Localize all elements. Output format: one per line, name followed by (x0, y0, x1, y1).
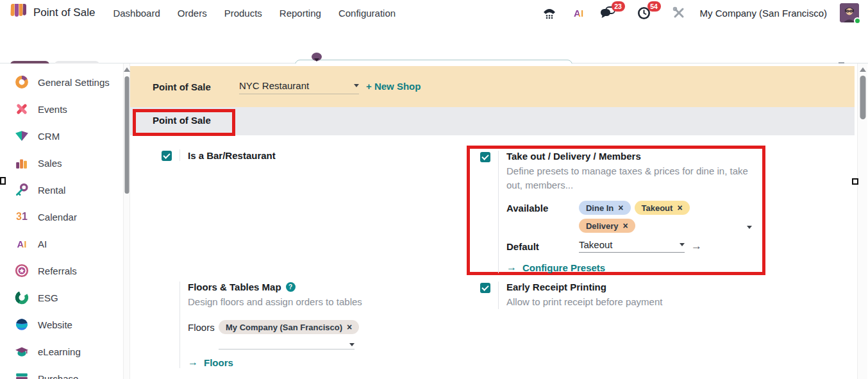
sidebar-item-sales[interactable]: Sales (0, 149, 123, 176)
scrollbar-thumb[interactable] (860, 76, 865, 119)
sidebar-item-website[interactable]: Website (0, 311, 123, 338)
tag-remove-icon[interactable]: × (618, 203, 623, 212)
menu-dashboard[interactable]: Dashboard (113, 8, 160, 19)
sidebar-item-referrals[interactable]: Referrals (0, 257, 123, 284)
configure-presets-link[interactable]: → Configure Presets (506, 262, 756, 273)
tag-remove-icon[interactable]: × (677, 203, 682, 212)
sales-icon (14, 155, 29, 171)
menu-reporting[interactable]: Reporting (280, 8, 321, 19)
floors-link[interactable]: → Floors (188, 357, 431, 368)
setting-floors-map: Floors & Tables Map ? Design floors and … (162, 282, 444, 368)
section-header-band: Point of Sale (130, 107, 855, 135)
messages-icon[interactable]: 23 (600, 4, 617, 21)
selection-handle-top (312, 53, 322, 61)
sidebar-item-label: Events (38, 104, 67, 115)
chevron-down-icon[interactable] (747, 226, 752, 229)
esg-icon (14, 290, 29, 305)
sidebar-item-purchase[interactable]: Purchase (0, 365, 123, 379)
apps-menu-button[interactable]: Point of Sale (10, 4, 95, 22)
sidebar-item-general-settings[interactable]: General Settings (0, 69, 123, 96)
sidebar-item-label: CRM (38, 131, 60, 142)
setting-is-bar-restaurant: Is a Bar/Restaurant (162, 149, 431, 161)
website-icon (14, 317, 29, 332)
systray: AI 23 54 (541, 0, 859, 26)
main-scrollbar (857, 63, 867, 379)
pos-app-icon (10, 4, 27, 22)
chevron-down-icon (680, 243, 685, 246)
floors-company-tag[interactable]: My Company (San Francisco) × (219, 320, 359, 334)
settings-content: Point of Sale NYC Restaurant + New Shop … (130, 63, 855, 379)
setting-presets: Take out / Delivery / Members Define pre… (480, 151, 756, 273)
tag-label: Delivery (586, 221, 619, 231)
menu-configuration[interactable]: Configuration (338, 8, 396, 19)
sidebar-item-esg[interactable]: ESG (0, 284, 123, 311)
setting-title: Floors & Tables Map (188, 282, 281, 292)
tag-label: Dine In (586, 203, 613, 213)
default-preset-value: Takeout (579, 239, 680, 250)
scroll-up-arrow[interactable] (124, 67, 130, 72)
ai-icon[interactable]: AI (571, 4, 587, 21)
shop-selector-band: Point of Sale NYC Restaurant + New Shop (130, 66, 855, 107)
sidebar-item-label: Calendar (38, 212, 77, 223)
sidebar-item-rental[interactable]: Rental (0, 176, 123, 203)
annotation-edge-handle-left (0, 177, 6, 185)
setting-title: Take out / Delivery / Members (506, 151, 756, 162)
default-preset-select[interactable]: Takeout (579, 239, 685, 253)
general-settings-icon (14, 74, 29, 90)
is-bar-restaurant-checkbox[interactable] (162, 151, 172, 161)
user-avatar[interactable] (840, 3, 859, 22)
sidebar-item-events[interactable]: Events (0, 96, 123, 122)
shop-select[interactable]: NYC Restaurant (239, 80, 359, 94)
divider (179, 149, 180, 161)
sidebar-item-label: Sales (38, 158, 62, 169)
setting-description: Design floors and assign orders to table… (188, 295, 431, 309)
sidebar-item-calendar[interactable]: 31 Calendar (0, 203, 123, 230)
floors-select[interactable] (219, 343, 355, 350)
new-shop-link[interactable]: + New Shop (366, 81, 421, 92)
events-icon (14, 101, 29, 117)
activities-clock-icon[interactable]: 54 (636, 4, 653, 21)
activities-badge: 54 (647, 1, 661, 12)
early-receipt-checkbox[interactable] (480, 283, 490, 293)
messages-badge: 23 (612, 1, 625, 12)
calendar-icon: 31 (14, 209, 29, 224)
scroll-up-arrow[interactable] (860, 67, 866, 72)
presets-checkbox[interactable] (480, 152, 490, 162)
help-icon[interactable]: ? (286, 282, 296, 292)
tag-remove-icon[interactable]: × (623, 221, 628, 230)
sidebar-item-label: Website (38, 319, 72, 330)
shop-select-value: NYC Restaurant (239, 80, 354, 91)
menu-products[interactable]: Products (224, 8, 262, 19)
sidebar-item-label: AI (38, 239, 47, 249)
internal-link-arrow-icon[interactable]: → (691, 240, 702, 253)
setting-description: Define presets to manage taxes & prices … (506, 164, 756, 192)
company-switcher[interactable]: My Company (San Francisco) (700, 8, 827, 19)
sidebar-item-label: Rental (38, 185, 65, 196)
available-tags: Dine In × Takeout × Delivery × (579, 201, 756, 233)
divider (498, 282, 499, 309)
app-window: Point of Sale Dashboard Orders Products … (0, 0, 868, 379)
chevron-down-icon (354, 84, 359, 87)
link-label: Floors (204, 357, 233, 368)
settings-sidebar: General Settings Events CRM (0, 63, 123, 379)
voip-phone-icon[interactable] (541, 4, 558, 21)
preset-tag-takeout[interactable]: Takeout × (635, 201, 690, 215)
tag-label: My Company (San Francisco) (226, 323, 342, 332)
tag-remove-icon[interactable]: × (347, 323, 352, 332)
menu-orders[interactable]: Orders (178, 8, 207, 19)
sidebar-item-ai[interactable]: AI AI (0, 230, 123, 257)
rental-icon (14, 182, 29, 198)
elearning-icon (14, 344, 29, 359)
debug-tools-icon[interactable] (671, 4, 687, 21)
preset-tag-dine-in[interactable]: Dine In × (579, 201, 631, 215)
sidebar-item-elearning[interactable]: eLearning (0, 338, 123, 365)
sidebar-item-label: General Settings (38, 77, 110, 88)
sidebar-item-label: eLearning (38, 346, 81, 357)
referrals-icon (14, 263, 29, 278)
control-panel: Save Discard Settings (0, 26, 868, 63)
preset-tag-delivery[interactable]: Delivery × (579, 219, 635, 233)
sidebar-scrollbar (123, 63, 130, 379)
sidebar-item-crm[interactable]: CRM (0, 122, 123, 149)
scrollbar-thumb[interactable] (124, 76, 129, 194)
app-menu: Dashboard Orders Products Reporting Conf… (113, 8, 396, 19)
